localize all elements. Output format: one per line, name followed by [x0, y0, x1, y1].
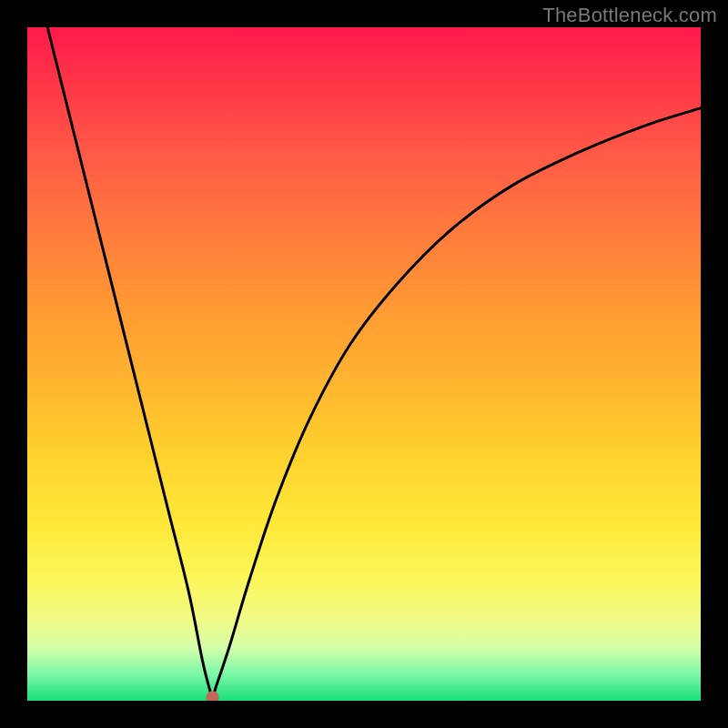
chart-frame: TheBottleneck.com	[0, 0, 728, 728]
plot-area	[27, 27, 701, 701]
watermark-text: TheBottleneck.com	[542, 4, 717, 27]
bottleneck-curve	[47, 27, 701, 697]
minimum-dot	[207, 691, 219, 701]
curve-svg	[27, 27, 701, 701]
